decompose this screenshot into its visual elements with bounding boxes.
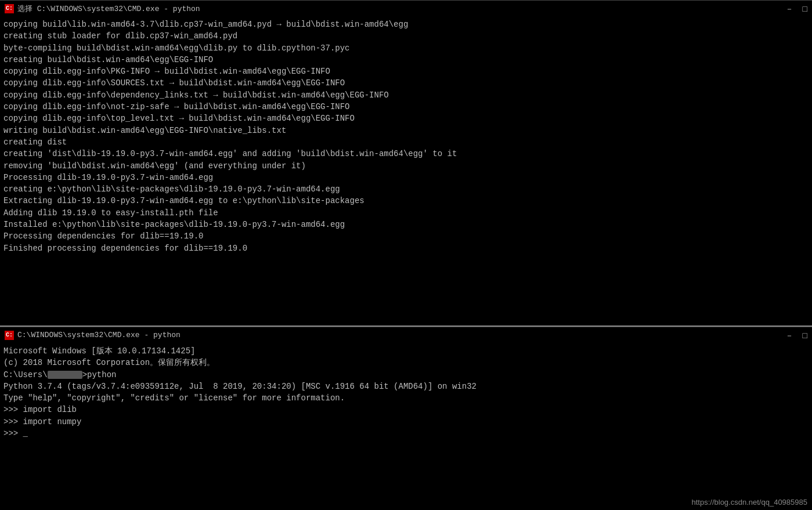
cmd-window-2: C: C:\WINDOWS\system32\CMD.exe - python … xyxy=(0,327,812,510)
terminal-line: >>> _ xyxy=(3,428,809,439)
cmd-icon-2: C: xyxy=(5,331,14,340)
terminal-line: copying dlib.egg-info\top_level.txt → bu… xyxy=(3,113,809,124)
terminal-line: creating build\bdist.win-amd64\egg\EGG-I… xyxy=(3,54,809,66)
window2-controls[interactable]: － □ xyxy=(785,331,807,339)
titlebar-left-1: C: 选择 C:\WINDOWS\system32\CMD.exe - pyth… xyxy=(5,3,200,14)
terminal-line: Installed e:\python\lib\site-packages\dl… xyxy=(3,219,809,230)
terminal-line: copying build\lib.win-amd64-3.7\dlib.cp3… xyxy=(3,19,809,30)
terminal-line: Finished processing dependencies for dli… xyxy=(3,243,809,254)
terminal-line: writing build\bdist.win-amd64\egg\EGG-IN… xyxy=(3,125,809,136)
cmd-icon-label: C: xyxy=(6,5,13,12)
terminal-line: creating e:\python\lib\site-packages\dli… xyxy=(3,183,809,195)
titlebar-title-1: 选择 C:\WINDOWS\system32\CMD.exe - python xyxy=(17,3,200,14)
terminal-line: Python 3.7.4 (tags/v3.7.4:e09359112e, Ju… xyxy=(3,381,809,392)
maximize-btn-2[interactable]: □ xyxy=(803,331,807,339)
terminal-line: copying dlib.egg-info\dependency_links.t… xyxy=(3,89,809,101)
terminal-line: creating stub loader for dlib.cp37-win_a… xyxy=(3,30,809,42)
terminal-output-2: Microsoft Windows [版本 10.0.17134.1425](c… xyxy=(0,343,812,510)
maximize-btn-1[interactable]: □ xyxy=(803,5,807,13)
watermark: https://blog.csdn.net/qq_40985985 xyxy=(692,498,808,507)
titlebar-2[interactable]: C: C:\WINDOWS\system32\CMD.exe - python … xyxy=(0,327,812,343)
terminal-line: creating dist xyxy=(3,136,809,148)
cmd-window-1: C: 选择 C:\WINDOWS\system32\CMD.exe - pyth… xyxy=(0,0,812,327)
terminal-line: C:\Users\ >python xyxy=(3,369,809,381)
minimize-btn-2[interactable]: － xyxy=(785,331,793,339)
terminal-line: removing 'build\bdist.win-amd64\egg' (an… xyxy=(3,160,809,172)
terminal-line: Microsoft Windows [版本 10.0.17134.1425] xyxy=(3,345,809,357)
blurred-username xyxy=(48,371,82,379)
minimize-btn-1[interactable]: － xyxy=(785,5,793,13)
terminal-line: >>> import numpy xyxy=(3,416,809,428)
terminal-line: creating 'dist\dlib-19.19.0-py3.7-win-am… xyxy=(3,148,809,160)
cmd-icon-1: C: xyxy=(5,4,14,13)
terminal-line: Adding dlib 19.19.0 to easy-install.pth … xyxy=(3,207,809,219)
terminal-line: Processing dependencies for dlib==19.19.… xyxy=(3,230,809,242)
terminal-line: (c) 2018 Microsoft Corporation。保留所有权利。 xyxy=(3,357,809,368)
titlebar-title-2: C:\WINDOWS\system32\CMD.exe - python xyxy=(17,331,181,339)
terminal-line: Extracting dlib-19.19.0-py3.7-win-amd64.… xyxy=(3,195,809,207)
terminal-line: copying dlib.egg-info\SOURCES.txt → buil… xyxy=(3,77,809,89)
terminal-line: byte-compiling build\bdist.win-amd64\egg… xyxy=(3,42,809,54)
terminal-output-1: copying build\lib.win-amd64-3.7\dlib.cp3… xyxy=(0,16,812,325)
terminal-line: copying dlib.egg-info\PKG-INFO → build\b… xyxy=(3,66,809,77)
terminal-line: copying dlib.egg-info\not-zip-safe → bui… xyxy=(3,101,809,113)
terminal-line: Type "help", "copyright", "credits" or "… xyxy=(3,392,809,404)
terminal-line: >>> import dlib xyxy=(3,404,809,415)
terminal-line: Processing dlib-19.19.0-py3.7-win-amd64.… xyxy=(3,172,809,183)
window1-controls[interactable]: － □ xyxy=(785,5,807,13)
cmd-icon-label-2: C: xyxy=(6,332,13,338)
titlebar-1[interactable]: C: 选择 C:\WINDOWS\system32\CMD.exe - pyth… xyxy=(0,0,812,16)
titlebar-left-2: C: C:\WINDOWS\system32\CMD.exe - python xyxy=(5,331,181,340)
